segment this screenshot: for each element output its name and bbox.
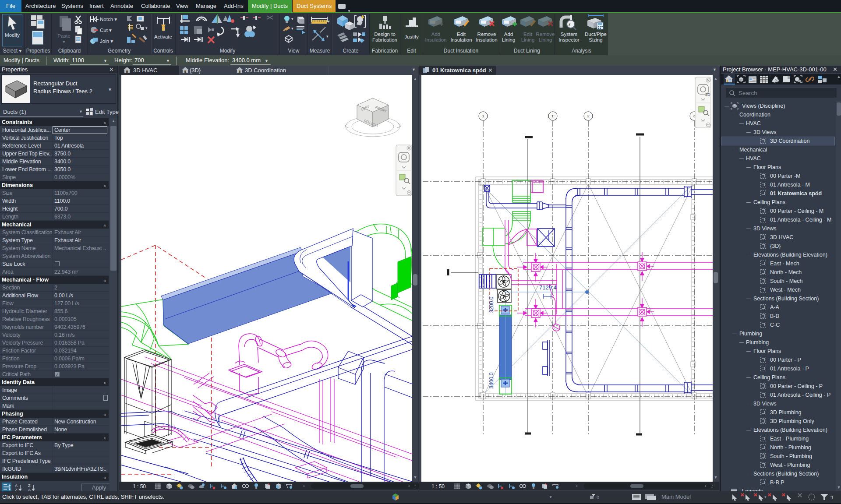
svg-text::1: :1 [830, 495, 834, 500]
svg-text:▾: ▾ [291, 26, 293, 31]
svg-text:A: A [15, 483, 18, 488]
svg-text:3200.0: 3200.0 [488, 296, 495, 313]
svg-text:▾: ▾ [145, 26, 148, 30]
svg-text:2D: 2D [705, 92, 710, 97]
svg-text:▾: ▾ [291, 17, 293, 21]
svg-text:Z: Z [28, 483, 31, 488]
svg-text:1: 1 [482, 114, 484, 118]
svg-text:▾: ▾ [328, 19, 330, 24]
svg-text:7129.4: 7129.4 [539, 284, 557, 291]
svg-text:1': 1' [551, 114, 555, 118]
svg-text:2: 2 [587, 114, 589, 118]
svg-text::0: :0 [595, 495, 599, 500]
svg-text:3400.0: 3400.0 [488, 372, 495, 388]
svg-text:▾: ▾ [326, 34, 329, 39]
